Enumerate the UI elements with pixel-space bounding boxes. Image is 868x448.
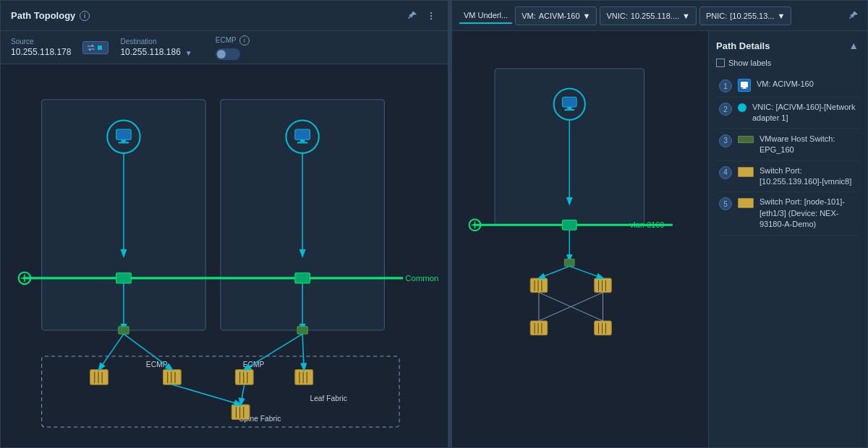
svg-rect-73	[530, 321, 548, 335]
svg-rect-10	[295, 129, 310, 139]
vnic-value: 10.255.118....	[631, 12, 679, 20]
vm-value: ACIVM-160	[539, 12, 580, 20]
left-toolbar: Source 10.255.118.178 Destination 10.255…	[1, 31, 448, 64]
vnic-selector[interactable]: VNIC: 10.255.118.... ▼	[600, 7, 697, 25]
common-label: Common	[405, 274, 438, 283]
path-details-title: Path Details	[716, 40, 770, 51]
path-num-2: 2	[719, 103, 732, 116]
destination-label: Destination	[120, 38, 180, 46]
path-item-1: 1 VM: ACIVM-160	[716, 74, 860, 98]
ecmp-info-icon[interactable]: i	[239, 35, 250, 46]
topology-canvas-right: vlan-3160	[452, 31, 708, 447]
leaf-label: Leaf Fabric	[310, 395, 346, 402]
topology-svg-right: vlan-3160	[452, 31, 708, 447]
svg-rect-20	[295, 273, 310, 283]
svg-line-49	[302, 334, 304, 369]
swap-button[interactable]	[82, 41, 109, 54]
path-text-5: Switch Port: [node-101]-[eth1/3] (Device…	[760, 197, 857, 230]
pnic-selector[interactable]: PNIC: [10.255.13... ▼	[699, 7, 791, 25]
svg-rect-88	[743, 87, 746, 89]
path-details-collapse[interactable]: ▲	[847, 38, 860, 53]
destination-dropdown-arrow[interactable]: ▼	[185, 49, 192, 57]
topology-svg-left: Common ECMP ECMP Leaf Fabric Spine Fabri…	[1, 64, 448, 447]
topology-info-icon[interactable]: i	[80, 11, 90, 21]
svg-rect-7	[122, 139, 126, 142]
svg-line-48	[244, 334, 302, 369]
svg-rect-23	[119, 327, 129, 334]
path-details-header: Path Details ▲	[716, 38, 860, 53]
menu-button[interactable]	[425, 9, 438, 22]
path-item-5: 5 Switch Port: [node-101]-[eth1/3] (Devi…	[716, 192, 860, 235]
vsw-icon-3	[738, 136, 754, 143]
path-details-panel: Path Details ▲ Show labels 1 VM: ACIVM-1…	[708, 31, 867, 447]
right-content: vlan-3160	[452, 31, 867, 447]
svg-rect-55	[567, 107, 571, 109]
svg-rect-87	[741, 82, 748, 87]
svg-rect-42	[231, 405, 250, 420]
sport-icon-4	[738, 167, 754, 177]
source-value: 10.255.118.178	[11, 47, 71, 57]
svg-rect-62	[562, 220, 576, 230]
ecmp-toggle[interactable]	[216, 48, 240, 60]
left-panel-title: Path Topology i	[11, 10, 90, 21]
pnic-dropdown-arrow: ▼	[777, 12, 785, 20]
ecmp-label-2: ECMP	[243, 361, 265, 369]
svg-line-50	[172, 384, 241, 405]
topology-canvas-left: Common ECMP ECMP Leaf Fabric Spine Fabri…	[1, 64, 448, 447]
ecmp-group: ECMP i	[216, 35, 250, 60]
source-group: Source 10.255.118.178	[11, 38, 71, 57]
pnic-value: [10.255.13...	[730, 12, 774, 20]
vm-selector[interactable]: VM: ACIVM-160 ▼	[515, 7, 597, 25]
svg-line-51	[241, 384, 244, 405]
svg-rect-69	[595, 278, 612, 293]
right-panel-header: VM Underl... VM: ACIVM-160 ▼ VNIC: 10.25…	[452, 1, 867, 31]
path-text-2: VNIC: [ACIVM-160]-[Network adapter 1]	[752, 102, 857, 124]
svg-rect-54	[562, 97, 576, 107]
svg-rect-65	[530, 278, 548, 293]
main-container: Path Topology i Source 10.255.118.178	[0, 0, 868, 448]
path-item-3: 3 VMware Host Switch: EPG_160	[716, 129, 860, 161]
destination-group: Destination 10.255.118.186 ▼	[120, 38, 192, 57]
left-panel-header: Path Topology i	[1, 1, 448, 31]
vm-icon-1	[738, 79, 751, 92]
pnic-label: PNIC:	[706, 12, 727, 20]
svg-line-46	[99, 334, 124, 369]
vlan-label: vlan-3160	[630, 220, 664, 229]
path-text-1: VM: ACIVM-160	[757, 79, 814, 90]
show-labels-text: Show labels	[728, 59, 771, 67]
svg-point-1	[430, 14, 432, 16]
svg-rect-34	[235, 370, 253, 385]
svg-rect-12	[297, 142, 307, 143]
svg-rect-56	[564, 109, 574, 111]
right-pin-button[interactable]	[847, 9, 860, 22]
path-text-4: Switch Port: [10.255.139.160]-[vmnic8]	[760, 165, 857, 188]
pin-button[interactable]	[406, 9, 419, 22]
left-panel: Path Topology i Source 10.255.118.178	[0, 0, 448, 448]
svg-point-2	[430, 17, 432, 19]
vnic-icon-2	[738, 103, 746, 112]
svg-rect-6	[116, 129, 132, 139]
svg-rect-25	[42, 356, 399, 427]
ecmp-label: ECMP	[216, 36, 237, 44]
toggle-knob	[217, 50, 226, 59]
tab-vm-underlay[interactable]: VM Underl...	[459, 8, 512, 24]
path-num-3: 3	[719, 134, 732, 147]
path-num-4: 4	[719, 166, 732, 179]
sport-icon-5	[738, 198, 754, 208]
svg-point-0	[430, 12, 432, 13]
destination-value: 10.255.118.186	[120, 47, 180, 57]
svg-rect-24	[297, 327, 307, 334]
topology-title: Path Topology	[11, 10, 75, 21]
path-item-2: 2 VNIC: [ACIVM-160]-[Network adapter 1]	[716, 98, 860, 129]
svg-rect-26	[90, 370, 109, 385]
svg-rect-8	[119, 142, 129, 143]
svg-line-82	[569, 266, 603, 278]
vm-dropdown-arrow: ▼	[583, 12, 591, 20]
panel-actions	[406, 9, 438, 22]
show-labels-checkbox[interactable]	[716, 59, 725, 67]
svg-rect-77	[595, 321, 612, 335]
svg-rect-11	[300, 139, 305, 142]
svg-rect-30	[163, 370, 182, 385]
vnic-label: VNIC:	[606, 12, 627, 20]
path-num-5: 5	[719, 197, 732, 210]
